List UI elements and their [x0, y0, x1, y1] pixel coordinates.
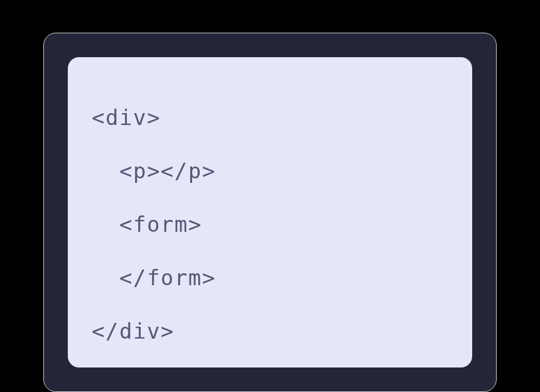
code-panel: <div> <p></p> <form> </form> </div>	[68, 57, 472, 368]
code-frame: <div> <p></p> <form> </form> </div>	[43, 33, 497, 392]
code-line-3: <form>	[92, 198, 448, 251]
code-line-5: </div>	[92, 305, 448, 358]
code-line-1: <div>	[92, 91, 448, 144]
code-line-2: <p></p>	[92, 144, 448, 198]
code-line-4: </form>	[92, 251, 448, 305]
